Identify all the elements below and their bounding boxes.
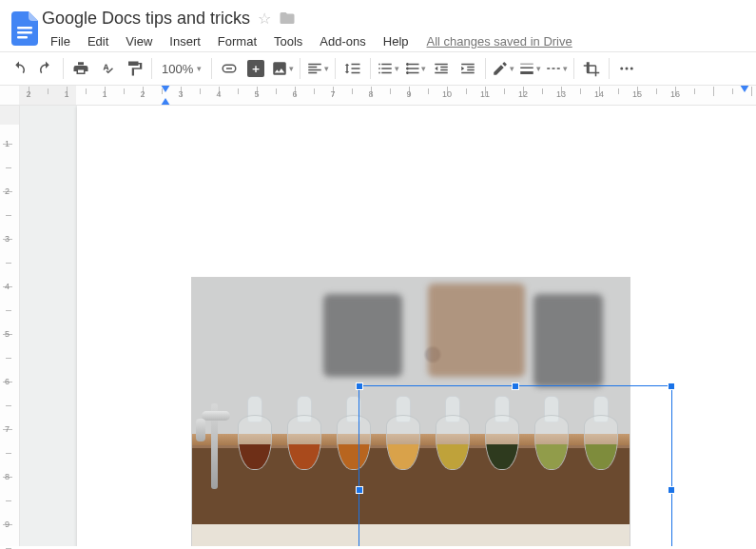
menu-tools[interactable]: Tools: [265, 32, 311, 50]
indent-increase-icon[interactable]: [455, 55, 481, 82]
caret-down-icon: ▾: [289, 64, 294, 73]
svg-point-4: [626, 68, 629, 70]
numbered-list-icon[interactable]: ▾: [375, 55, 401, 82]
svg-rect-2: [17, 36, 28, 39]
menu-file[interactable]: File: [42, 32, 79, 50]
indent-decrease-icon[interactable]: [428, 55, 455, 82]
comment-add-icon[interactable]: ＋: [242, 55, 269, 82]
redo-icon[interactable]: [32, 55, 59, 82]
zoom-dropdown[interactable]: 100%▾: [156, 55, 207, 82]
align-dropdown[interactable]: ▾: [304, 55, 331, 82]
caret-down-icon: ▾: [395, 64, 399, 73]
caret-down-icon: ▾: [421, 64, 426, 73]
print-icon[interactable]: [68, 55, 94, 82]
image-tap: [194, 403, 236, 489]
zoom-value: 100%: [162, 62, 193, 76]
crop-icon[interactable]: [578, 55, 605, 82]
document-canvas[interactable]: In line | Wrap text | Break text: [20, 106, 756, 546]
menu-view[interactable]: View: [117, 32, 161, 50]
edit-area: 123456789 In line | Wrap t: [0, 106, 756, 546]
svg-point-5: [630, 68, 633, 70]
caret-down-icon: ▾: [536, 64, 541, 73]
border-weight-icon[interactable]: ▾: [516, 55, 543, 82]
paint-format-icon[interactable]: [121, 55, 147, 82]
crop-selection[interactable]: [359, 385, 672, 546]
app-header: Google Docs tips and tricks ☆ File Edit …: [0, 0, 756, 51]
more-icon[interactable]: [613, 55, 640, 82]
caret-down-icon: ▾: [563, 64, 568, 73]
menu-bar: File Edit View Insert Format Tools Add-o…: [42, 30, 748, 51]
undo-icon[interactable]: [6, 55, 32, 82]
title-area: Google Docs tips and tricks ☆ File Edit …: [42, 6, 748, 51]
docs-logo[interactable]: [8, 6, 42, 51]
crop-handle-t[interactable]: [512, 382, 519, 390]
spellcheck-icon[interactable]: [94, 55, 121, 82]
folder-icon[interactable]: [279, 10, 296, 27]
save-status[interactable]: All changes saved in Drive: [427, 34, 572, 49]
crop-handle-r[interactable]: [668, 486, 675, 494]
caret-down-icon: ▾: [510, 64, 514, 73]
image-insert-icon[interactable]: ▾: [269, 55, 296, 82]
crop-handle-l[interactable]: [356, 486, 363, 494]
svg-point-3: [621, 68, 624, 70]
bulleted-list-icon[interactable]: ▾: [401, 55, 428, 82]
link-icon[interactable]: [216, 55, 242, 82]
menu-help[interactable]: Help: [375, 32, 417, 50]
menu-format[interactable]: Format: [209, 32, 265, 50]
svg-rect-0: [17, 27, 32, 29]
crop-handle-tl[interactable]: [356, 382, 363, 390]
caret-down-icon: ▾: [197, 64, 202, 73]
ruler-horizontal[interactable]: 2112345678910111213141516: [0, 86, 756, 106]
line-spacing-icon[interactable]: [339, 55, 366, 82]
caret-down-icon: ▾: [324, 64, 329, 73]
toolbar: 100%▾ ＋ ▾ ▾ ▾ ▾ ▾ ▾ ▾: [0, 51, 756, 86]
doc-title[interactable]: Google Docs tips and tricks: [42, 9, 250, 29]
star-icon[interactable]: ☆: [258, 10, 271, 28]
border-dash-icon[interactable]: ▾: [543, 55, 570, 82]
menu-insert[interactable]: Insert: [161, 32, 209, 50]
menu-edit[interactable]: Edit: [79, 32, 117, 50]
menu-addons[interactable]: Add-ons: [311, 32, 374, 50]
ruler-vertical[interactable]: 123456789: [0, 106, 20, 546]
svg-rect-1: [17, 31, 32, 34]
crop-handle-tr[interactable]: [668, 382, 675, 390]
border-color-icon[interactable]: ▾: [490, 55, 516, 82]
